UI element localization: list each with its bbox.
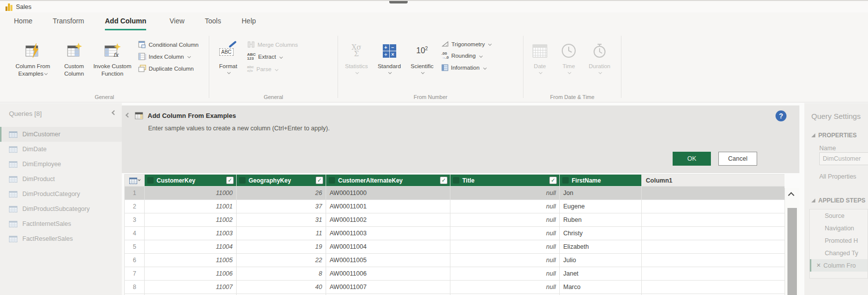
rounding-button[interactable]: .00→.0 Rounding	[441, 52, 491, 60]
trigonometry-button[interactable]: Trigonometry	[441, 41, 491, 47]
statistics-button[interactable]: ΧσΣ Statistics	[340, 37, 373, 76]
applied-steps-section-header[interactable]: APPLIED STEPS	[811, 197, 866, 204]
table-row[interactable]: 4 11003 11 AW00011003 null Christy	[125, 227, 785, 240]
help-icon[interactable]: ?	[776, 110, 786, 121]
cell-firstname[interactable]: Marco	[560, 281, 642, 294]
column-checkbox-checked[interactable]: ✓	[440, 177, 447, 184]
collapse-queries-pane-icon[interactable]	[112, 110, 117, 115]
cell-geographykey[interactable]: 40	[237, 281, 326, 294]
cell-customeralternatekey[interactable]: AW00011002	[326, 213, 450, 227]
cell-customerkey[interactable]: 11002	[145, 213, 237, 227]
scientific-button[interactable]: 102 Scientific	[406, 37, 438, 76]
cell-geographykey[interactable]: 19	[237, 240, 326, 254]
standard-button[interactable]: +−÷× Standard	[373, 37, 406, 76]
select-all-corner-button[interactable]	[125, 175, 145, 187]
column-header-customerkey[interactable]: CustomerKey ✓	[145, 175, 237, 187]
tab-view[interactable]: View	[170, 17, 184, 29]
all-properties-link[interactable]: All Properties	[819, 173, 856, 180]
cell-customerkey[interactable]: 11003	[145, 227, 237, 240]
column-type-icon[interactable]	[147, 177, 154, 184]
cell-customeralternatekey[interactable]: AW00011000	[326, 187, 450, 200]
cell-column1-example-input[interactable]	[642, 213, 785, 227]
date-button[interactable]: Date	[525, 37, 554, 76]
table-row[interactable]: 2 11001 37 AW00011001 null Eugene	[125, 200, 785, 213]
scroll-up-arrow-icon[interactable]	[788, 192, 794, 198]
information-button[interactable]: Information	[441, 64, 491, 71]
table-row[interactable]: 3 11002 31 AW00011002 null Ruben	[125, 213, 785, 227]
cell-title[interactable]: null	[450, 240, 560, 254]
parse-button[interactable]: abc</> Parse	[247, 65, 298, 73]
column-type-icon[interactable]	[329, 177, 335, 184]
query-item-dimdate[interactable]: DimDate	[0, 142, 122, 157]
column-from-examples-button[interactable]: Column From Examples	[7, 37, 59, 80]
table-row[interactable]: 7 11006 8 AW00011006 null Janet	[125, 267, 785, 281]
cell-customeralternatekey[interactable]: AW00011004	[326, 240, 450, 254]
cell-title[interactable]: null	[450, 187, 560, 200]
index-column-button[interactable]: 123 Index Column	[138, 53, 198, 60]
time-button[interactable]: Time	[554, 37, 583, 76]
cell-customerkey[interactable]: 11004	[145, 240, 237, 254]
cell-column1-example-input[interactable]	[642, 227, 785, 240]
cell-firstname[interactable]: Christy	[560, 227, 642, 240]
cell-title[interactable]: null	[450, 254, 560, 267]
cell-customerkey[interactable]: 11000	[145, 187, 237, 200]
tab-transform[interactable]: Transform	[53, 17, 84, 29]
cell-customeralternatekey[interactable]: AW00011005	[326, 254, 450, 267]
query-item-dimproductsubcategory[interactable]: DimProductSubcategory	[0, 201, 122, 216]
ok-button[interactable]: OK	[673, 152, 711, 166]
cell-firstname[interactable]: Julio	[560, 254, 642, 267]
column-checkbox-checked[interactable]: ✓	[226, 177, 234, 184]
cell-column1-example-input[interactable]	[642, 267, 785, 281]
cell-firstname[interactable]: Elizabeth	[560, 240, 642, 254]
cell-customeralternatekey[interactable]: AW00011003	[326, 227, 450, 240]
table-row[interactable]: 1 11000 26 AW00011000 null Jon	[125, 187, 785, 200]
delete-step-icon[interactable]: ✕	[816, 262, 821, 269]
step-promoted-headers[interactable]: Promoted H	[810, 234, 868, 247]
column-checkbox-checked[interactable]: ✓	[316, 177, 323, 184]
tab-help[interactable]: Help	[242, 17, 256, 29]
cell-column1-example-input[interactable]	[642, 281, 785, 294]
cell-title[interactable]: null	[450, 227, 560, 240]
scrollbar-thumb[interactable]	[787, 208, 797, 295]
merge-columns-button[interactable]: Merge Columns	[247, 41, 298, 48]
cell-customeralternatekey[interactable]: AW00011007	[326, 281, 450, 294]
cell-geographykey[interactable]: 22	[237, 254, 326, 267]
cell-firstname[interactable]: Janet	[560, 267, 642, 281]
cell-geographykey[interactable]: 26	[237, 187, 326, 200]
query-item-factinternetsales[interactable]: FactInternetSales	[0, 216, 122, 231]
column-checkbox-checked[interactable]: ✓	[549, 177, 557, 184]
conditional-column-button[interactable]: Conditional Column	[138, 41, 198, 48]
query-name-input[interactable]	[819, 152, 868, 165]
cell-title[interactable]: null	[450, 200, 560, 213]
duration-button[interactable]: Duration	[583, 37, 616, 76]
cell-firstname[interactable]: Eugene	[560, 200, 642, 213]
tab-home[interactable]: Home	[14, 17, 32, 29]
cell-customerkey[interactable]: 11007	[145, 281, 237, 294]
query-item-dimproductcategory[interactable]: DimProductCategory	[0, 187, 122, 201]
cell-geographykey[interactable]: 37	[237, 200, 326, 213]
cell-customeralternatekey[interactable]: AW00011006	[326, 267, 450, 281]
grid-vertical-scrollbar[interactable]	[784, 188, 799, 295]
column-type-icon[interactable]	[562, 177, 569, 184]
tab-add-column[interactable]: Add Column	[105, 17, 146, 30]
format-button[interactable]: ABC Format	[212, 37, 244, 76]
table-row[interactable]: 5 11004 19 AW00011004 null Elizabeth	[125, 240, 785, 254]
cell-customerkey[interactable]: 11001	[145, 200, 237, 213]
column-type-icon[interactable]	[239, 177, 246, 184]
custom-column-button[interactable]: Custom Column	[59, 37, 89, 80]
step-navigation[interactable]: Navigation	[810, 222, 868, 234]
duplicate-column-button[interactable]: Duplicate Column	[138, 65, 198, 72]
extract-button[interactable]: ABC123 Extract	[247, 53, 298, 61]
step-source[interactable]: Source	[810, 209, 868, 222]
tab-tools[interactable]: Tools	[205, 17, 221, 29]
column-header-geographykey[interactable]: GeographyKey ✓	[237, 175, 326, 187]
cell-firstname[interactable]: Jon	[560, 187, 642, 200]
cell-title[interactable]: null	[450, 267, 560, 281]
invoke-custom-function-button[interactable]: fx Invoke Custom Function	[89, 37, 135, 80]
query-item-dimcustomer[interactable]: DimCustomer	[0, 127, 122, 142]
collapse-panel-icon[interactable]	[126, 113, 131, 118]
cell-geographykey[interactable]: 31	[237, 213, 326, 227]
column-header-column1-new[interactable]: Column1	[642, 175, 785, 187]
step-changed-type[interactable]: Changed Ty	[810, 247, 868, 259]
query-item-factresellersales[interactable]: FactResellerSales	[0, 231, 122, 246]
